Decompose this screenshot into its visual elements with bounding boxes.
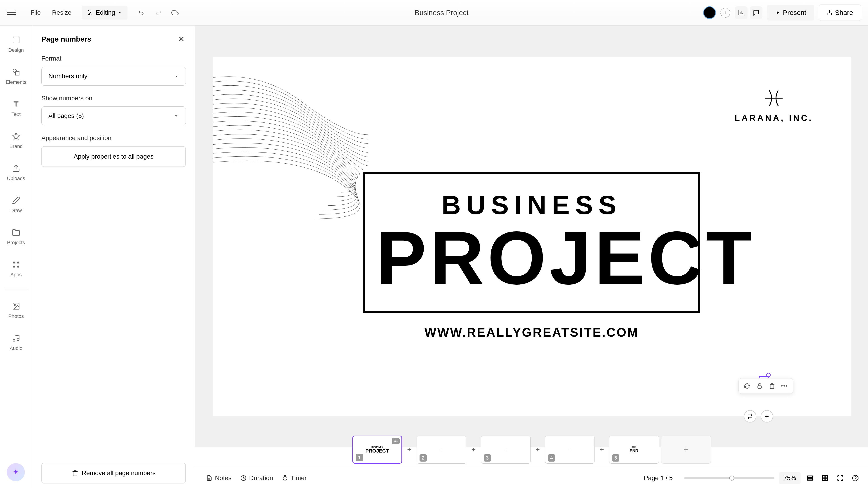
thumbnail-2[interactable]: –2 xyxy=(416,435,466,464)
audio-icon xyxy=(11,333,22,344)
ai-assistant-button[interactable] xyxy=(7,463,25,481)
help-button[interactable] xyxy=(849,472,861,484)
svg-rect-23 xyxy=(825,475,828,478)
website-url[interactable]: WWW.REALLYGREATSITE.COM xyxy=(213,325,850,339)
sidebar-label: Audio xyxy=(10,346,22,351)
add-collaborator-button[interactable]: + xyxy=(720,8,730,18)
add-new-slide[interactable]: + xyxy=(661,435,711,464)
present-label: Present xyxy=(783,9,806,17)
user-avatar[interactable] xyxy=(703,6,716,19)
chevron-down-icon xyxy=(174,113,179,119)
timer-label: Timer xyxy=(291,475,307,482)
show-on-dropdown[interactable]: All pages (5) xyxy=(41,106,186,125)
sidebar-photos[interactable]: Photos xyxy=(6,298,26,322)
sidebar-draw[interactable]: Draw xyxy=(8,193,24,216)
slide-change-button[interactable] xyxy=(744,410,756,422)
thumb-options[interactable]: ••• xyxy=(392,438,400,444)
duration-label: Duration xyxy=(249,475,273,482)
svg-rect-25 xyxy=(825,478,828,481)
zoom-slider[interactable] xyxy=(684,477,774,479)
regenerate-button[interactable] xyxy=(742,381,752,391)
svg-rect-24 xyxy=(823,478,825,481)
panel-title: Page numbers xyxy=(41,35,91,43)
svg-point-3 xyxy=(13,262,15,264)
add-after-4[interactable]: + xyxy=(597,445,607,455)
apply-all-button[interactable]: Apply properties to all pages xyxy=(41,146,186,167)
page-indicator[interactable]: Page 1 / 5 xyxy=(644,475,673,482)
share-icon xyxy=(827,10,832,15)
svg-point-6 xyxy=(17,266,19,268)
format-value: Numbers only xyxy=(49,72,88,80)
editing-mode-button[interactable]: Editing xyxy=(82,6,128,20)
slide[interactable]: LARANA, INC. BUSINESS PROJECT WWW.REALLY… xyxy=(213,57,850,416)
logo-area[interactable]: LARANA, INC. xyxy=(735,88,813,123)
svg-rect-21 xyxy=(807,479,813,480)
svg-rect-16 xyxy=(758,386,761,388)
timer-icon xyxy=(282,475,288,481)
svg-rect-2 xyxy=(16,72,19,75)
cloud-sync-icon[interactable] xyxy=(170,8,180,18)
format-dropdown[interactable]: Numbers only xyxy=(41,67,186,86)
slide-add-button[interactable]: + xyxy=(761,410,773,422)
svg-rect-19 xyxy=(807,476,813,477)
view-list-button[interactable] xyxy=(804,472,816,484)
brand-icon xyxy=(11,131,22,142)
thumbnail-1[interactable]: BUSINESSPROJECT 1 ••• xyxy=(352,435,402,464)
add-after-3[interactable]: + xyxy=(533,445,543,455)
share-button[interactable]: Share xyxy=(819,4,861,21)
document-title[interactable]: Business Project xyxy=(180,8,703,17)
sidebar-uploads[interactable]: Uploads xyxy=(5,161,28,184)
svg-point-8 xyxy=(14,304,16,306)
thumb-number: 3 xyxy=(484,454,491,462)
thumbnail-5[interactable]: THEEND 5 xyxy=(609,435,659,464)
redo-button[interactable] xyxy=(153,8,163,18)
canvas-area[interactable]: LARANA, INC. BUSINESS PROJECT WWW.REALLY… xyxy=(195,26,868,447)
sidebar-label: Photos xyxy=(8,313,24,319)
duration-button[interactable]: Duration xyxy=(236,472,278,484)
zoom-value[interactable]: 75% xyxy=(779,472,801,484)
text-icon xyxy=(11,99,22,109)
rotation-handle[interactable] xyxy=(766,372,771,377)
analytics-button[interactable] xyxy=(735,6,747,19)
file-menu[interactable]: File xyxy=(25,6,46,20)
photos-icon xyxy=(11,301,22,312)
projects-icon xyxy=(11,227,22,238)
timer-button[interactable]: Timer xyxy=(278,472,311,484)
sidebar-apps[interactable]: Apps xyxy=(8,257,24,280)
close-panel-button[interactable]: ✕ xyxy=(177,35,186,43)
show-on-value: All pages (5) xyxy=(49,112,84,120)
sidebar-projects[interactable]: Projects xyxy=(5,225,27,248)
sidebar-elements[interactable]: Elements xyxy=(3,64,29,88)
remove-numbers-button[interactable]: Remove all page numbers xyxy=(41,463,186,484)
add-after-2[interactable]: + xyxy=(469,445,478,455)
resize-menu[interactable]: Resize xyxy=(46,6,77,20)
fullscreen-button[interactable] xyxy=(834,472,846,484)
thumbnail-4[interactable]: –4 xyxy=(545,435,595,464)
lock-button[interactable] xyxy=(754,381,765,391)
more-button[interactable]: ••• xyxy=(779,381,789,391)
sidebar-label: Brand xyxy=(9,143,23,149)
company-name: LARANA, INC. xyxy=(735,113,813,123)
sidebar-design[interactable]: Design xyxy=(6,32,26,55)
title-line-1: BUSINESS xyxy=(376,190,687,220)
floating-tools: ••• xyxy=(739,378,793,394)
notes-icon xyxy=(206,475,212,481)
sidebar-text[interactable]: Text xyxy=(8,96,24,120)
notes-button[interactable]: Notes xyxy=(202,472,236,484)
sidebar-audio[interactable]: Audio xyxy=(7,330,25,354)
add-after-1[interactable]: + xyxy=(404,445,414,455)
title-box[interactable]: BUSINESS PROJECT xyxy=(363,172,700,313)
editing-label: Editing xyxy=(96,9,115,16)
present-button[interactable]: Present xyxy=(767,5,814,21)
svg-rect-22 xyxy=(823,475,825,478)
sidebar-brand[interactable]: Brand xyxy=(7,129,25,152)
zoom-handle[interactable] xyxy=(729,476,734,481)
view-grid-button[interactable] xyxy=(819,472,831,484)
delete-button[interactable] xyxy=(767,381,777,391)
thumbnail-3[interactable]: –3 xyxy=(481,435,530,464)
undo-button[interactable] xyxy=(136,8,147,18)
thumb-label: END xyxy=(629,449,638,453)
main-menu-button[interactable] xyxy=(7,8,16,17)
comments-button[interactable] xyxy=(750,6,763,19)
notes-label: Notes xyxy=(215,475,231,482)
